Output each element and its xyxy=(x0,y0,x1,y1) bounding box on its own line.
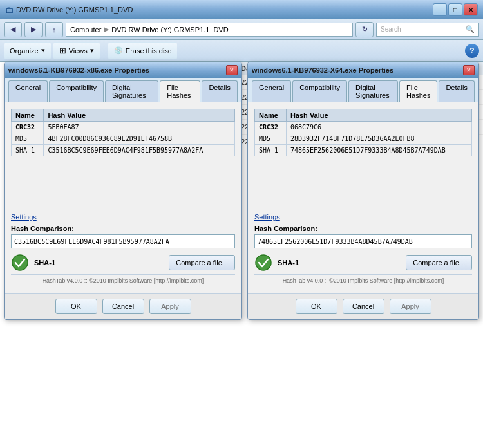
table-row: SHA-1 C3516BC5C9E69FEE6D9AC4F981F5B95977… xyxy=(12,145,235,156)
help-button[interactable]: ? xyxy=(465,44,479,58)
dialog-x64-close[interactable]: ✕ xyxy=(463,65,475,75)
dialog-x86: windows6.1-KB976932-x86.exe Properties ✕… xyxy=(4,62,242,320)
hash-table-spacer2 xyxy=(254,162,472,213)
table-row: MD5 28D3932F714BF71D78E75D36AA2E0FB8 xyxy=(255,133,472,145)
addr-sep: ▶ xyxy=(104,25,109,33)
organize-label: Organize xyxy=(10,47,39,55)
erase-label: Erase this disc xyxy=(126,47,172,55)
tab-x64-compat[interactable]: Compatibility xyxy=(292,80,347,102)
toolbar: Organize ▾ ⊞ Views ▾ 💿 Erase this disc ? xyxy=(0,40,483,62)
dialog-x86-buttons: OK Cancel Apply xyxy=(5,293,242,319)
tab-x64-general[interactable]: General xyxy=(252,80,291,102)
address-field[interactable]: Computer ▶ DVD RW Drive (Y:) GRMSP1.1_DV… xyxy=(66,23,353,37)
compare-file-btn-x64[interactable]: Compare a file... xyxy=(406,255,472,270)
apply-btn-x64[interactable]: Apply xyxy=(390,299,431,314)
hash-value: 4BF28FC00D86C936C89E2D91EF46758B xyxy=(44,133,235,145)
addr-part1: Computer xyxy=(70,26,101,33)
hash-comparison-label-x64: Hash Comparison: xyxy=(254,225,472,232)
up-button[interactable]: ↑ xyxy=(45,22,63,37)
hash-value: 5EB0FA87 xyxy=(44,122,235,133)
hash-value: 28D3932F714BF71D78E75D36AA2E0FB8 xyxy=(286,133,471,145)
views-arrow: ▾ xyxy=(90,46,94,55)
erase-icon: 💿 xyxy=(114,46,123,55)
tab-x86-details[interactable]: Details xyxy=(202,80,238,102)
search-field[interactable]: Search 🔍 xyxy=(376,23,479,37)
checkmark-icon-x64 xyxy=(254,254,272,272)
table-row: CRC32 5EB0FA87 xyxy=(12,122,235,133)
hash-value: C3516BC5C9E69FEE6D9AC4F981F5B95977A8A2FA xyxy=(44,145,235,156)
tab-x86-digsig[interactable]: Digital Signatures xyxy=(105,80,158,102)
hash-col-name: Name xyxy=(255,109,287,122)
dialog-x86-close[interactable]: ✕ xyxy=(226,65,238,75)
toolbar-divider xyxy=(104,44,104,57)
tab-x86-general[interactable]: General xyxy=(8,80,48,102)
tab-x64-filehashes[interactable]: File Hashes xyxy=(399,80,437,102)
addr-part2: DVD RW Drive (Y:) GRMSP1.1_DVD xyxy=(111,26,228,33)
table-row: SHA-1 74865EF2562006E51D7F9333B4A8D45B7A… xyxy=(255,145,472,156)
minimize-button[interactable]: − xyxy=(433,3,447,16)
table-row: CRC32 068C79C6 xyxy=(255,122,472,133)
hash-result-row-x86: SHA-1 Compare a file... xyxy=(11,254,235,272)
ok-btn-x86[interactable]: OK xyxy=(55,299,97,314)
hash-comparison-label-x86: Hash Comparison: xyxy=(11,225,235,232)
views-button[interactable]: ⊞ Views ▾ xyxy=(53,42,100,59)
settings-link-x64[interactable]: Settings xyxy=(254,213,472,221)
views-icon: ⊞ xyxy=(59,46,66,55)
dialog-x86-tabs: General Compatibility Digital Signatures… xyxy=(5,78,242,102)
organize-arrow: ▾ xyxy=(41,46,45,55)
windows-icon: 🗀 xyxy=(5,5,14,15)
back-button[interactable]: ◀ xyxy=(4,22,22,37)
ok-btn-x64[interactable]: OK xyxy=(296,299,337,314)
dialog-x64-buttons: OK Cancel Apply xyxy=(248,293,478,319)
search-icon: 🔍 xyxy=(466,25,475,33)
title-bar: 🗀 DVD RW Drive (Y:) GRMSP1.1_DVD − □ ✕ xyxy=(0,0,483,19)
hash-algo-label-x64: SHA-1 xyxy=(278,259,299,266)
hash-col-name: Name xyxy=(12,109,44,122)
tab-x64-details[interactable]: Details xyxy=(439,80,475,102)
search-placeholder: Search xyxy=(381,26,401,33)
apply-btn-x86[interactable]: Apply xyxy=(149,299,191,314)
address-bar: ◀ ▶ ↑ Computer ▶ DVD RW Drive (Y:) GRMSP… xyxy=(0,19,483,40)
hash-name: SHA-1 xyxy=(12,145,44,156)
dialog-x64-title-bar: windows6.1-KB976932-X64.exe Properties ✕ xyxy=(248,62,478,78)
hash-name: SHA-1 xyxy=(255,145,287,156)
hash-table-x86: Name Hash Value CRC32 5EB0FA87 MD5 4BF28… xyxy=(11,109,235,156)
hash-algo-label-x86: SHA-1 xyxy=(34,259,55,266)
forward-button[interactable]: ▶ xyxy=(24,22,43,37)
table-row: MD5 4BF28FC00D86C936C89E2D91EF46758B xyxy=(12,133,235,145)
tab-x64-digsig[interactable]: Digital Signatures xyxy=(348,80,398,102)
hash-col-value: Hash Value xyxy=(44,109,235,122)
hashtab-footer-x86: HashTab v4.0.0 :: ©2010 Implbits Softwar… xyxy=(11,274,235,286)
tab-x86-filehashes[interactable]: File Hashes xyxy=(160,80,200,102)
title-bar-left: 🗀 DVD RW Drive (Y:) GRMSP1.1_DVD xyxy=(5,5,133,15)
cancel-btn-x64[interactable]: Cancel xyxy=(343,299,384,314)
refresh-button[interactable]: ↻ xyxy=(355,22,374,37)
dialog-x64-tabs: General Compatibility Digital Signatures… xyxy=(248,78,478,102)
dialog-x64-title: windows6.1-KB976932-X64.exe Properties xyxy=(252,66,393,74)
checkmark-icon-x86 xyxy=(11,254,29,272)
hash-comparison-input-x64[interactable] xyxy=(254,234,472,248)
tab-x86-compat[interactable]: Compatibility xyxy=(49,80,104,102)
hash-table-x64: Name Hash Value CRC32 068C79C6 MD5 28D39… xyxy=(254,109,472,156)
hash-name: CRC32 xyxy=(255,122,287,133)
hash-table-spacer xyxy=(11,162,235,213)
dialog-x86-content: Name Hash Value CRC32 5EB0FA87 MD5 4BF28… xyxy=(5,102,242,293)
cancel-btn-x86[interactable]: Cancel xyxy=(102,299,144,314)
title-bar-buttons: − □ ✕ xyxy=(433,3,478,16)
compare-file-btn-x86[interactable]: Compare a file... xyxy=(169,255,235,270)
organize-button[interactable]: Organize ▾ xyxy=(4,42,51,59)
views-label: Views xyxy=(69,47,88,55)
hash-col-value: Hash Value xyxy=(286,109,471,122)
dialog-x64-content: Name Hash Value CRC32 068C79C6 MD5 28D39… xyxy=(248,102,478,293)
hash-value: 74865EF2562006E51D7F9333B4A8D45B7A749DAB xyxy=(286,145,471,156)
hash-comparison-input-x86[interactable] xyxy=(11,234,235,248)
close-button[interactable]: ✕ xyxy=(464,3,478,16)
hash-value: 068C79C6 xyxy=(286,122,471,133)
title-bar-title: DVD RW Drive (Y:) GRMSP1.1_DVD xyxy=(16,6,133,14)
dialog-x86-title: windows6.1-KB976932-x86.exe Properties xyxy=(8,66,149,74)
hash-name: MD5 xyxy=(12,133,44,145)
erase-disc-button[interactable]: 💿 Erase this disc xyxy=(108,42,178,59)
dialog-x64: windows6.1-KB976932-X64.exe Properties ✕… xyxy=(247,62,479,320)
maximize-button[interactable]: □ xyxy=(448,3,462,16)
settings-link-x86[interactable]: Settings xyxy=(11,213,235,221)
